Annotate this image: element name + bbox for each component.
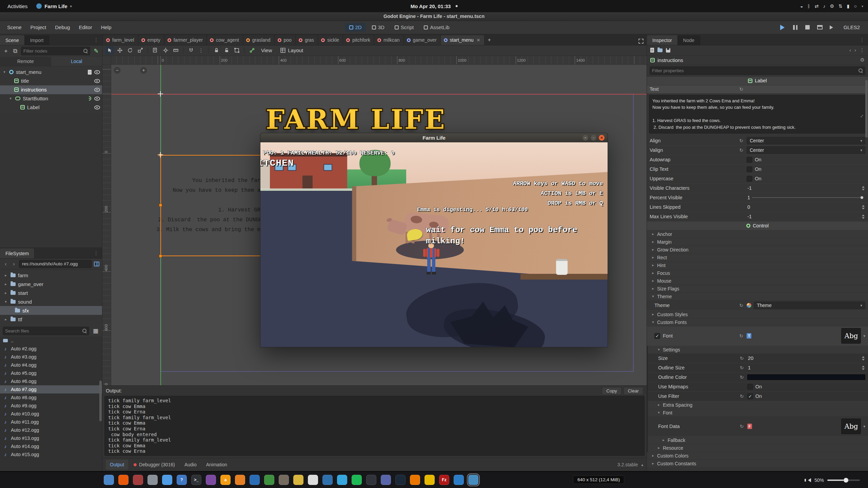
tree-node-label[interactable]: Label: [0, 103, 102, 112]
spin-arrows-icon[interactable]: [862, 186, 865, 190]
dock-menu-icon[interactable]: ⋮: [857, 37, 868, 45]
spin-arrows-icon[interactable]: [862, 215, 865, 219]
property-group[interactable]: ▸ Size Flags: [647, 285, 868, 293]
file-row[interactable]: Auto #9.ogg: [0, 402, 102, 410]
folder-start[interactable]: ▸ start: [0, 288, 102, 297]
inkscape[interactable]: [308, 475, 318, 485]
file-row[interactable]: Auto #8.ogg: [0, 393, 102, 402]
close-button[interactable]: ✕: [599, 135, 605, 141]
menu-item[interactable]: Editor: [74, 22, 96, 32]
rhythmbox[interactable]: [133, 475, 143, 485]
snap-toggle-button[interactable]: [186, 46, 195, 55]
spin-arrows-icon[interactable]: [862, 366, 865, 370]
chevron-down-icon[interactable]: ▾: [863, 334, 865, 338]
resize-handle[interactable]: [159, 204, 162, 207]
volume-control[interactable]: 50%: [806, 472, 860, 488]
audio-panel-toggle[interactable]: Audio: [180, 460, 201, 470]
font-preview-button[interactable]: Abg: [841, 328, 861, 344]
group-font[interactable]: ▾ Font: [648, 409, 868, 417]
outline-color-swatch[interactable]: [747, 374, 865, 380]
group-custom-colors[interactable]: ▸ Custom Colors: [647, 452, 868, 460]
telegram[interactable]: [337, 475, 347, 485]
network-icon[interactable]: ⇅: [839, 3, 843, 9]
file-row[interactable]: Auto #2.ogg: [0, 345, 102, 353]
scene-tab[interactable]: farm_level ✕: [103, 35, 138, 45]
file-row[interactable]: Auto #11.ogg: [0, 418, 102, 426]
group-resource[interactable]: ▸ Resource: [648, 444, 868, 452]
visibility-icon[interactable]: [94, 70, 100, 74]
layout-menu[interactable]: Layout: [277, 46, 307, 55]
game-viewport[interactable]: POO: 1 FAMILYHEALTH: 52/100 RESERVE: 0 K…: [260, 142, 608, 347]
skeleton-options-button[interactable]: [248, 46, 256, 55]
output-log[interactable]: tick family farm_leveltick cow Emmatick …: [104, 396, 645, 456]
scene-tab[interactable]: pitchfork ✕: [343, 35, 374, 45]
workspace-tab[interactable]: AssetLib: [420, 23, 454, 32]
file-row[interactable]: Auto #12.ogg: [0, 426, 102, 434]
tab-node[interactable]: Node: [678, 35, 700, 45]
history-forward-icon[interactable]: ›: [854, 47, 856, 53]
file-row[interactable]: Auto #4.ogg: [0, 361, 102, 369]
zoom-out-icon[interactable]: −: [114, 67, 120, 74]
file-row[interactable]: Auto #6.ogg: [0, 377, 102, 385]
property-group[interactable]: ▸ Grow Direction: [647, 246, 868, 254]
max-lines-field[interactable]: -1: [747, 214, 865, 219]
group-fallback[interactable]: ▸ Fallback: [648, 436, 868, 444]
workspace-tab[interactable]: 2D: [345, 23, 366, 32]
visibility-icon[interactable]: [94, 97, 100, 101]
scene-tab[interactable]: gras ✕: [296, 35, 318, 45]
scene-tab[interactable]: cow_agent ✕: [207, 35, 243, 45]
attach-script-icon[interactable]: ✎: [93, 47, 99, 55]
app-menu[interactable]: Farm Life ▾: [36, 3, 72, 9]
group-settings[interactable]: ▾ Settings: [648, 346, 868, 354]
menu-item[interactable]: Scene: [3, 22, 26, 32]
input-method-icon[interactable]: ⇄: [815, 3, 819, 9]
system-tray[interactable]: ◒ᛒ⇄♪⚙⇅▮○: [800, 3, 857, 9]
scene-tab[interactable]: sickle ✕: [318, 35, 343, 45]
revert-icon[interactable]: ↻: [739, 303, 743, 308]
folder-ttf[interactable]: ▸ ttf: [0, 315, 102, 324]
group-custom-fonts[interactable]: ▾ Custom Fonts: [647, 319, 868, 326]
spin-arrows-icon[interactable]: [862, 205, 865, 209]
discord[interactable]: [381, 475, 391, 485]
file-row[interactable]: Auto #3.ogg: [0, 353, 102, 361]
text-property-editor[interactable]: ↔ You inherited the farm with 2 Cows Ern…: [649, 95, 866, 134]
stop-button[interactable]: [804, 23, 812, 32]
save-resource-icon[interactable]: [666, 48, 670, 53]
use-mipmaps-checkbox[interactable]: [747, 384, 753, 390]
workspace-tab[interactable]: 3D: [368, 23, 389, 32]
revert-icon[interactable]: ↻: [740, 374, 744, 380]
tools-icon[interactable]: ⚙: [860, 57, 865, 63]
font-data-preview-button[interactable]: Abg: [841, 419, 861, 434]
file-row[interactable]: Auto #14.ogg: [0, 442, 102, 450]
folder-farm[interactable]: ▸ farm: [0, 271, 102, 280]
menu-item[interactable]: Help: [97, 22, 116, 32]
uppercase-checkbox[interactable]: [747, 176, 752, 182]
tab-import[interactable]: Import: [25, 35, 50, 45]
script-icon[interactable]: [88, 70, 92, 75]
list-select-button[interactable]: [151, 46, 160, 55]
group-button[interactable]: [232, 46, 241, 55]
scene-tab[interactable]: milkcan ✕: [374, 35, 403, 45]
revert-icon[interactable]: ↻: [740, 424, 744, 429]
current-path[interactable]: res://sound/sfx/Auto #7.ogg: [19, 260, 92, 268]
lock-object-button[interactable]: [212, 46, 221, 55]
steam[interactable]: [395, 475, 406, 485]
remote-toggle[interactable]: Remote: [0, 57, 51, 66]
tree-node-startbutton[interactable]: ▾ StartButton: [0, 94, 102, 103]
property-group[interactable]: ▸ Hint: [647, 262, 868, 269]
tree-node-start-menu[interactable]: ▾ start_menu: [0, 68, 102, 77]
distraction-free-icon[interactable]: [638, 38, 644, 45]
visibility-icon[interactable]: [94, 105, 100, 109]
dock-menu-icon[interactable]: ⋮: [91, 250, 102, 258]
tree-node-title[interactable]: title: [0, 77, 102, 85]
collapse-icon[interactable]: ▾: [8, 96, 13, 101]
instance-scene-button[interactable]: ⧉: [12, 47, 18, 55]
new-resource-icon[interactable]: [650, 48, 654, 53]
filter-nodes-input[interactable]: [23, 48, 83, 54]
file-row[interactable]: Auto #15.ogg: [0, 450, 102, 459]
game-window[interactable]: Farm Life – ▫ ✕: [260, 133, 608, 347]
collapse-icon[interactable]: ▾: [2, 70, 7, 74]
filter-properties-input[interactable]: [652, 68, 859, 73]
size-field[interactable]: 20: [747, 355, 865, 361]
window-title-bar[interactable]: Godot Engine - Farm Life - start_menu.ts…: [0, 12, 868, 21]
